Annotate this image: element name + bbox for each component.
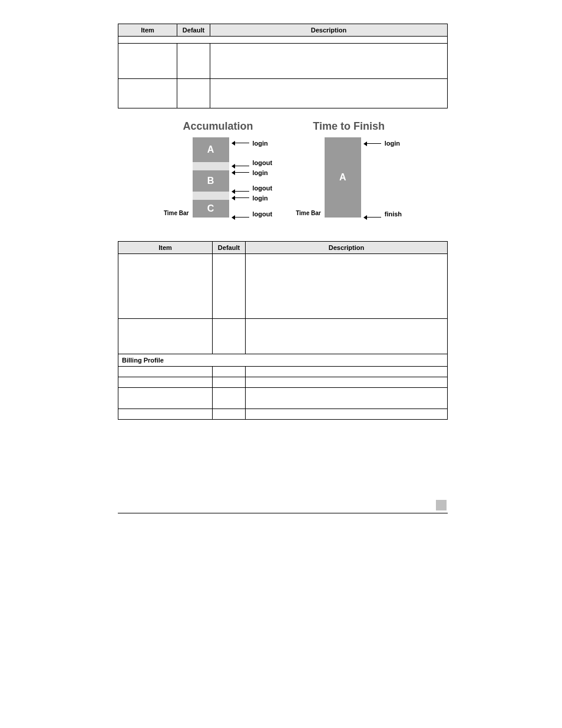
table-row: [118, 388, 448, 409]
table-row: [118, 44, 448, 79]
diagram-accumulation: Accumulation Time Bar A B C login logout…: [164, 120, 272, 218]
table-row: [118, 367, 448, 377]
segment-a-right: A: [325, 137, 361, 218]
annotations-left: login logout login logout login logout: [233, 137, 273, 218]
page-content: Item Default Description Accum: [118, 24, 448, 431]
footer-page: 49: [413, 502, 419, 509]
t2-header-default: Default: [213, 242, 246, 254]
t1-header-default: Default: [177, 24, 210, 37]
arrow-icon: [233, 166, 249, 166]
segment-gap: [193, 162, 229, 170]
table-row: [118, 377, 448, 388]
diagram: Accumulation Time Bar A B C login logout…: [118, 120, 448, 218]
arrow-icon: [233, 197, 249, 198]
section-header-row: Billing Profile: [118, 354, 448, 367]
footer-chapter: Chapter 3: [328, 502, 353, 509]
segment-c: C: [193, 200, 229, 218]
footer: Chapter 3 System Configuration 49: [118, 502, 436, 509]
t1-header-item: Item: [118, 24, 177, 37]
time-bar-label-right: Time Bar: [296, 210, 321, 218]
footer-section: System Configuration: [355, 502, 411, 509]
time-bar-label-left: Time Bar: [164, 210, 189, 218]
segment-b: B: [193, 170, 229, 192]
diagram-title-left: Accumulation: [183, 120, 253, 133]
t2-header-description: Description: [246, 242, 448, 254]
arrow-icon: [233, 217, 249, 218]
stack-left: A B C: [193, 137, 229, 218]
segment-a: A: [193, 137, 229, 162]
arrow-icon: [233, 143, 249, 143]
diagram-title-right: Time to Finish: [313, 120, 385, 133]
arrow-icon: [233, 191, 249, 192]
table-row: [118, 37, 448, 44]
table-row: [118, 319, 448, 354]
table-2: Item Default Description Billing Profile: [118, 241, 448, 420]
arrow-icon: [365, 217, 381, 218]
table-row: [118, 254, 448, 319]
stack-right: A: [325, 137, 361, 218]
annotations-right: login finish: [365, 137, 402, 218]
segment-gap: [193, 192, 229, 200]
table-1: Item Default Description: [118, 24, 448, 108]
arrow-icon: [365, 143, 381, 144]
page-number-box: [436, 500, 447, 510]
diagram-time-to-finish: Time to Finish Time Bar A login finish: [296, 120, 402, 218]
t2-header-item: Item: [118, 242, 213, 254]
table-row: [118, 79, 448, 108]
arrow-icon: [233, 172, 249, 173]
footer-divider: [118, 513, 448, 513]
table-row: [118, 409, 448, 420]
t1-header-description: Description: [210, 24, 448, 37]
